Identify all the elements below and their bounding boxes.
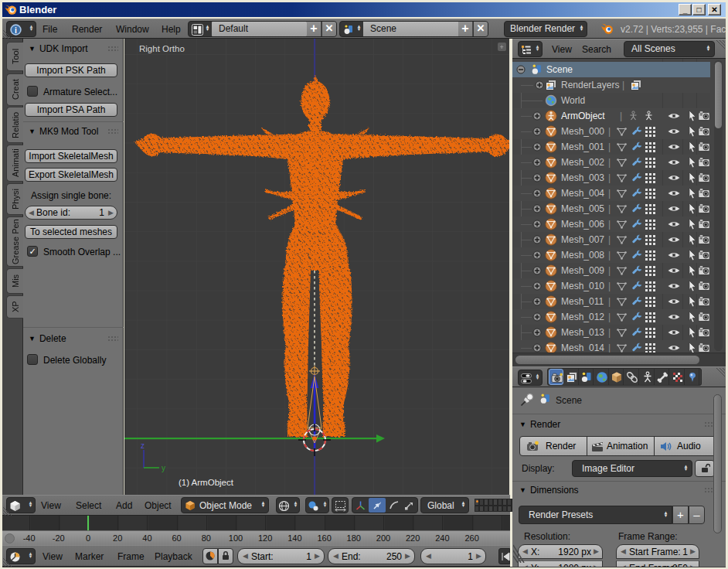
svg-text:z: z — [141, 441, 145, 450]
svg-text:+: + — [500, 43, 504, 51]
svg-text:Right Ortho: Right Ortho — [139, 44, 185, 53]
svg-text:i: i — [15, 26, 17, 35]
svg-text:(1) ArmObject: (1) ArmObject — [179, 478, 234, 487]
svg-text:y: y — [162, 464, 165, 472]
